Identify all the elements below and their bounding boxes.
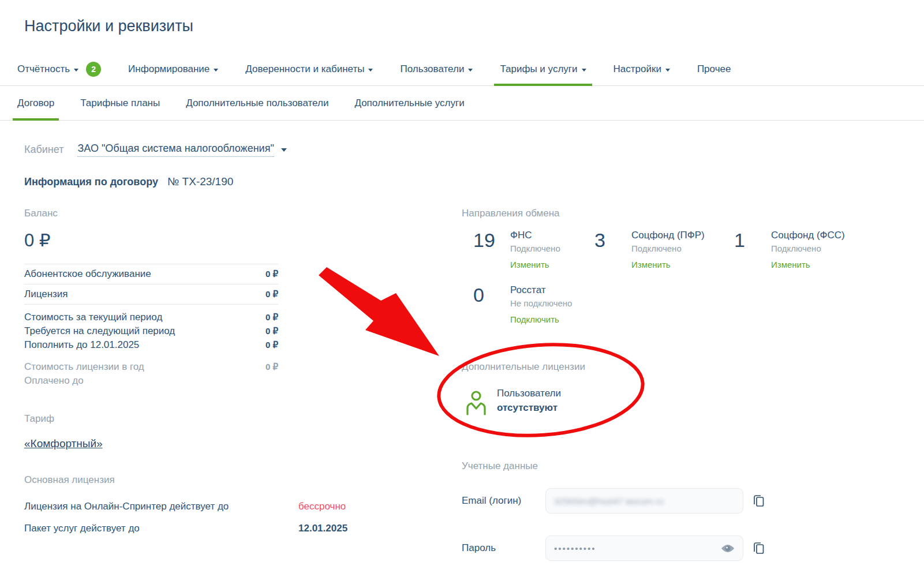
direction-status: Подключено bbox=[631, 243, 705, 253]
tab-nastroyki[interactable]: Настройки bbox=[613, 53, 670, 85]
direction-count: 3 bbox=[594, 230, 623, 269]
row-label: Лицензия bbox=[24, 288, 68, 300]
tab-label: Доверенности и кабинеты bbox=[245, 63, 364, 75]
chevron-down-icon bbox=[281, 148, 287, 152]
main-license-label: Основная лицензия bbox=[24, 474, 278, 486]
change-link[interactable]: Изменить bbox=[771, 260, 845, 269]
direction-fns: 19 ФНС Подключено Изменить bbox=[473, 230, 594, 269]
tab-informirovanie[interactable]: Информирование bbox=[128, 53, 218, 85]
license-validity-value: бессрочно bbox=[298, 501, 346, 512]
cabinet-row: Кабинет ЗАО "Общая система налогообложен… bbox=[24, 143, 924, 157]
tab-label: Тарифы и услуги bbox=[500, 63, 577, 75]
subtab-tarifnye-plany[interactable]: Тарифные планы bbox=[80, 86, 160, 120]
tab-doverennosti[interactable]: Доверенности и кабинеты bbox=[245, 53, 373, 85]
table-row: Абонентское обслуживание 0 ₽ bbox=[24, 264, 278, 284]
row-value: 0 ₽ bbox=[265, 340, 278, 350]
row-value: 0 ₽ bbox=[265, 289, 278, 299]
email-field[interactable]: 3256Sim@host47 taxcom.ru bbox=[545, 488, 743, 514]
row-value: 0 ₽ bbox=[265, 326, 278, 336]
directions-row-2: 0 Росстат Не подключено Подключить bbox=[462, 284, 877, 324]
chevron-down-icon bbox=[468, 69, 473, 72]
balance-amount: 0 ₽ bbox=[24, 230, 278, 251]
extra-licenses-label: Дополнительные лицензии bbox=[462, 361, 877, 373]
direction-socfond-pfr: 3 Соцфонд (ПФР) Подключено Изменить bbox=[594, 230, 734, 269]
extra-licenses-section: Дополнительные лицензии Пользователи отс… bbox=[462, 361, 877, 418]
password-row: Пароль •••••••••• bbox=[462, 535, 877, 561]
main-tabbar: Отчётность 2 Информирование Доверенности… bbox=[0, 53, 924, 86]
row-label: Требуется на следующий период bbox=[24, 325, 175, 337]
page-title: Настройки и реквизиты bbox=[0, 0, 924, 35]
license-row: Пакет услуг действует до 12.01.2025 bbox=[24, 523, 394, 534]
directions-row-1: 19 ФНС Подключено Изменить 3 Соцфонд (ПФ… bbox=[462, 230, 877, 269]
chevron-down-icon bbox=[74, 69, 78, 72]
change-link[interactable]: Изменить bbox=[510, 260, 560, 269]
tab-label: Отчётность bbox=[17, 63, 70, 75]
tab-polzovateli[interactable]: Пользователи bbox=[400, 53, 473, 85]
direction-rosstat: 0 Росстат Не подключено Подключить bbox=[473, 284, 594, 324]
tab-prochee[interactable]: Прочее bbox=[697, 53, 731, 85]
show-password-eye-icon[interactable] bbox=[721, 544, 735, 553]
connect-link[interactable]: Подключить bbox=[510, 314, 572, 324]
change-link[interactable]: Изменить bbox=[631, 260, 705, 269]
password-mask: •••••••••• bbox=[554, 544, 596, 553]
row-value: 0 ₽ bbox=[265, 362, 278, 372]
contract-number: № ТХ-23/190 bbox=[167, 175, 233, 188]
direction-status: Не подключено bbox=[510, 298, 572, 308]
subtab-dogovor[interactable]: Договор bbox=[17, 86, 54, 120]
exchange-column: Направления обмена 19 ФНС Подключено Изм… bbox=[462, 208, 877, 561]
tab-label: Пользователи bbox=[400, 63, 464, 75]
balance-period-group: Стоимость за текущий период 0 ₽ Требуетс… bbox=[24, 310, 278, 352]
chevron-down-icon bbox=[214, 69, 218, 72]
cabinet-label: Кабинет bbox=[24, 144, 63, 156]
direction-count: 0 bbox=[473, 284, 502, 324]
row-label: Пополнить до 12.01.2025 bbox=[24, 339, 139, 351]
notification-badge: 2 bbox=[86, 62, 101, 77]
tab-label: Информирование bbox=[128, 63, 210, 75]
direction-name: Соцфонд (ПФР) bbox=[631, 230, 705, 241]
extra-license-users-text: Пользователи отсутствуют bbox=[497, 388, 561, 414]
table-row: Оплачено до bbox=[24, 374, 278, 388]
extra-license-users-row: Пользователи отсутствуют bbox=[462, 388, 877, 418]
license-row: Лицензия на Онлайн-Спринтер действует до… bbox=[24, 501, 394, 512]
row-label: Лицензия на Онлайн-Спринтер действует до bbox=[24, 501, 298, 512]
subtab-dop-uslugi[interactable]: Дополнительные услуги bbox=[354, 86, 464, 120]
divider bbox=[24, 304, 278, 305]
copy-email-button[interactable] bbox=[753, 494, 765, 508]
contract-info-row: Информация по договору № ТХ-23/190 bbox=[24, 175, 924, 188]
tab-tarify-i-uslugi[interactable]: Тарифы и услуги bbox=[500, 53, 586, 85]
row-label: Стоимость за текущий период bbox=[24, 312, 162, 323]
copy-password-button[interactable] bbox=[753, 541, 765, 555]
table-row: Пополнить до 12.01.2025 0 ₽ bbox=[24, 338, 278, 352]
chevron-down-icon bbox=[368, 69, 373, 72]
settings-page: Настройки и реквизиты Отчётность 2 Инфор… bbox=[0, 0, 924, 577]
direction-name: Росстат bbox=[510, 284, 572, 296]
direction-count: 1 bbox=[734, 230, 763, 269]
direction-status: Подключено bbox=[771, 243, 845, 253]
balance-label: Баланс bbox=[24, 208, 278, 219]
users-line2: отсутствуют bbox=[497, 402, 561, 414]
contract-title: Информация по договору bbox=[24, 176, 158, 188]
password-field[interactable]: •••••••••• bbox=[545, 535, 743, 561]
credentials-label: Учетные данные bbox=[462, 460, 877, 472]
balance-table: Абонентское обслуживание 0 ₽ Лицензия 0 … bbox=[24, 264, 278, 388]
chevron-down-icon bbox=[665, 69, 670, 72]
direction-socfond-fss: 1 Соцфонд (ФСС) Подключено Изменить bbox=[734, 230, 845, 269]
table-row: Стоимость лицензии в год 0 ₽ bbox=[24, 360, 278, 374]
email-value-blurred: 3256Sim@host47 taxcom.ru bbox=[554, 496, 664, 506]
direction-status: Подключено bbox=[510, 243, 560, 253]
tariff-link[interactable]: «Комфортный» bbox=[24, 437, 103, 450]
table-row: Требуется на следующий период 0 ₽ bbox=[24, 324, 278, 338]
columns: Баланс 0 ₽ Абонентское обслуживание 0 ₽ … bbox=[24, 208, 924, 561]
row-value: 0 ₽ bbox=[265, 269, 278, 279]
password-label: Пароль bbox=[462, 542, 545, 554]
directions-label: Направления обмена bbox=[462, 208, 877, 219]
users-line1: Пользователи bbox=[497, 388, 561, 399]
tab-otchetnost[interactable]: Отчётность 2 bbox=[17, 53, 101, 85]
table-row: Лицензия 0 ₽ bbox=[24, 284, 278, 304]
credentials-section: Учетные данные Email (логин) 3256Sim@hos… bbox=[462, 460, 877, 561]
balance-license-group: Стоимость лицензии в год 0 ₽ Оплачено до bbox=[24, 360, 278, 388]
cabinet-select[interactable]: ЗАО "Общая система налогообложения" bbox=[77, 143, 286, 157]
subtab-dop-polzovateli[interactable]: Дополнительные пользователи bbox=[186, 86, 328, 120]
tab-label: Прочее bbox=[697, 63, 731, 75]
email-label: Email (логин) bbox=[462, 495, 545, 507]
